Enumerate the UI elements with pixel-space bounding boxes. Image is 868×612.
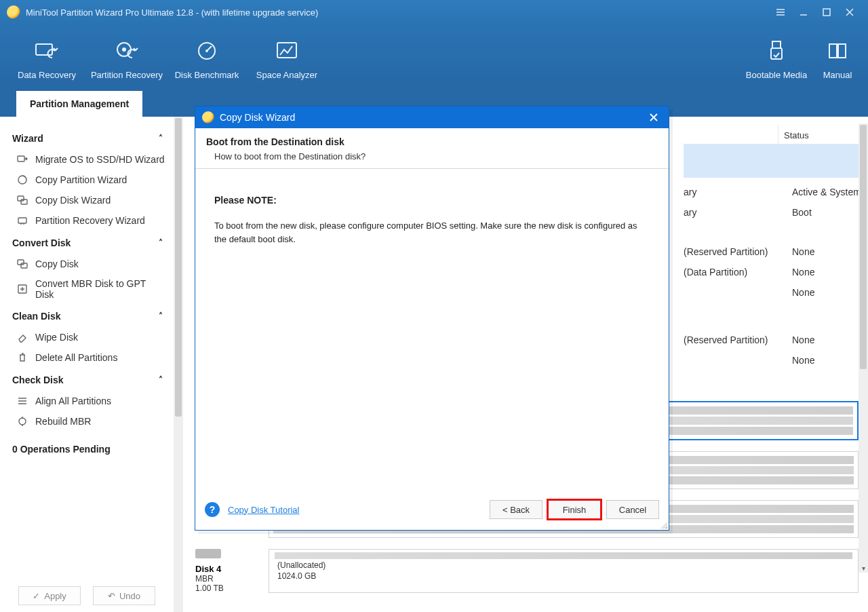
- note-label: Please NOTE:: [214, 193, 650, 208]
- dialog-titlebar[interactable]: Copy Disk Wizard: [195, 107, 669, 128]
- help-icon[interactable]: ?: [205, 502, 220, 517]
- dialog-subheading: How to boot from the Destination disk?: [206, 147, 658, 161]
- finish-button[interactable]: Finish: [548, 500, 601, 519]
- dialog-header: Boot from the Destination disk How to bo…: [195, 128, 669, 169]
- back-button[interactable]: < Back: [490, 500, 542, 519]
- note-body: To boot from the new disk, please config…: [214, 219, 650, 246]
- app-logo-icon: [202, 111, 214, 123]
- dialog-heading: Boot from the Destination disk: [206, 136, 658, 147]
- copy-disk-tutorial-link[interactable]: Copy Disk Tutorial: [228, 505, 299, 515]
- dialog-body: Please NOTE: To boot from the new disk, …: [195, 169, 669, 489]
- dialog-footer: ? Copy Disk Tutorial < Back Finish Cance…: [195, 489, 669, 530]
- resize-grip-icon[interactable]: [659, 520, 667, 529]
- cancel-button[interactable]: Cancel: [606, 500, 659, 519]
- copy-disk-wizard-dialog: Copy Disk Wizard Boot from the Destinati…: [195, 106, 669, 531]
- dialog-close-button[interactable]: [646, 109, 662, 126]
- dialog-title: Copy Disk Wizard: [220, 112, 295, 123]
